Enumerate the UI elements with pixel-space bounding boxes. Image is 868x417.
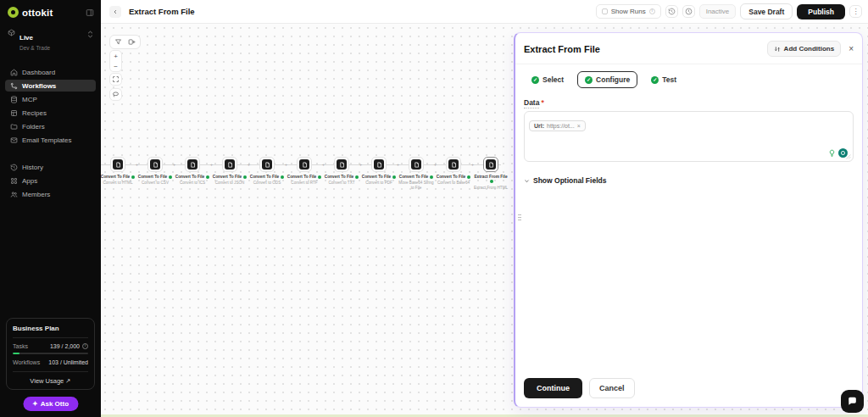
- workflow-node[interactable]: Convert To File Convert to CSV: [136, 157, 174, 186]
- ask-otto-button[interactable]: ✦ Ask Otto: [23, 397, 78, 411]
- recipe-box-icon: [10, 109, 18, 117]
- publish-button[interactable]: Publish: [797, 4, 845, 19]
- workflow-node[interactable]: Convert To File Convert to ODS: [248, 157, 286, 186]
- workflow-node[interactable]: Convert To File Convert to Base64: [435, 157, 472, 186]
- panel-footer: Continue Cancel: [524, 378, 635, 398]
- tab-select[interactable]: ✓ Select: [524, 71, 571, 88]
- workflow-node[interactable]: Convert To File Convert to JSON: [211, 157, 248, 186]
- resize-corner-icon[interactable]: [846, 154, 851, 159]
- chat-widget-button[interactable]: [841, 390, 864, 413]
- step-tabs: ✓ Select ✓ Configure ✓ Test: [515, 64, 862, 96]
- cancel-button[interactable]: Cancel: [589, 378, 635, 398]
- remove-chip-icon[interactable]: ×: [577, 123, 581, 129]
- tasks-label: Tasks: [13, 343, 28, 349]
- members-icon: [10, 191, 18, 198]
- info-icon: i: [649, 8, 655, 14]
- filter-tool-icon[interactable]: [114, 38, 122, 46]
- check-icon: [318, 175, 321, 179]
- back-button[interactable]: [109, 6, 121, 18]
- canvas-toolbar: [109, 35, 141, 49]
- sidebar-item-members[interactable]: Members: [5, 188, 96, 200]
- fit-view-button[interactable]: [109, 73, 122, 86]
- panel-title: Extract From File: [524, 44, 600, 54]
- cube-icon: [8, 29, 15, 36]
- add-conditions-button[interactable]: Add Conditions: [767, 41, 842, 57]
- mail-icon: [10, 136, 18, 144]
- apps-grid-icon: [10, 177, 18, 185]
- nav-label: History: [22, 164, 43, 171]
- chevron-down-icon: [524, 178, 530, 184]
- info-icon[interactable]: i: [82, 343, 88, 349]
- file-convert-icon: [337, 159, 347, 170]
- logo: ottokit: [0, 0, 101, 21]
- view-usage-link[interactable]: View Usage ↗: [13, 372, 88, 385]
- show-runs-checkbox[interactable]: [602, 8, 608, 14]
- check-icon: [430, 175, 433, 179]
- check-icon: [355, 175, 359, 179]
- continue-button[interactable]: Continue: [524, 378, 582, 398]
- tab-configure[interactable]: ✓ Configure: [577, 71, 637, 88]
- check-icon: [392, 175, 396, 179]
- zoom-in-button[interactable]: +: [110, 51, 121, 61]
- check-icon: [467, 175, 470, 179]
- data-input-area[interactable]: Url: https://ot... ×: [524, 111, 854, 162]
- suggestion-bulb-icon[interactable]: [828, 149, 836, 157]
- sidebar-item-dashboard[interactable]: Dashboard: [5, 66, 96, 78]
- workflow-node[interactable]: Convert To File Convert to RTF: [286, 157, 323, 186]
- topbar: Extract From File Show Runs i Inactive S…: [101, 0, 868, 24]
- check-icon: [281, 175, 284, 179]
- check-icon: ✓: [531, 76, 539, 84]
- workflow-node[interactable]: Convert To File Convert to ICS: [174, 157, 211, 186]
- environment-selector[interactable]: Live Dev & Trade: [0, 21, 101, 54]
- show-runs-toggle[interactable]: Show Runs i: [596, 4, 661, 19]
- sidebar-item-recipes[interactable]: Recipes: [5, 107, 96, 119]
- zoom-controls: + −: [109, 50, 122, 72]
- data-field-label: Data*: [524, 98, 854, 107]
- sidebar-item-apps[interactable]: Apps: [5, 175, 96, 186]
- history-icon: [10, 164, 18, 171]
- nav-label: MCP: [22, 96, 37, 103]
- file-convert-icon: [113, 159, 123, 170]
- workflow-node[interactable]: Convert To File Convert to PDF: [360, 157, 398, 186]
- schedule-clock-button[interactable]: [682, 5, 695, 18]
- workflow-node-selected[interactable]: Extract From File Extract From HTML: [472, 157, 509, 191]
- zoom-out-button[interactable]: −: [110, 61, 121, 71]
- sidebar-item-folders[interactable]: Folders: [5, 120, 96, 132]
- check-icon: [169, 175, 172, 179]
- url-variable-chip[interactable]: Url: https://ot... ×: [529, 120, 586, 131]
- file-convert-icon: [225, 159, 235, 170]
- export-run-icon[interactable]: [128, 38, 136, 46]
- workflow-node[interactable]: Convert To File Convert to HTML: [99, 157, 136, 186]
- nav-label: Email Templates: [22, 136, 72, 144]
- file-convert-icon: [262, 159, 272, 170]
- version-history-button[interactable]: [665, 5, 678, 18]
- workflow-node[interactable]: Convert To File Move Base64 String to Fi…: [398, 157, 435, 192]
- external-link-icon: ↗: [65, 377, 70, 385]
- lasso-tool-button[interactable]: [109, 88, 122, 101]
- tab-test[interactable]: ✓ Test: [643, 71, 684, 88]
- workflows-value: 103 / Unlimited: [48, 359, 88, 365]
- chevron-updown-icon[interactable]: [87, 31, 93, 38]
- file-extract-icon: [486, 159, 496, 170]
- environment-name: Live: [19, 34, 33, 42]
- sidebar-item-workflows[interactable]: Workflows: [5, 80, 96, 92]
- plan-title: Business Plan: [13, 325, 88, 338]
- more-menu-button[interactable]: ⋮: [849, 5, 862, 18]
- environment-subtitle: Dev & Trade: [19, 45, 50, 51]
- panel-body: Data* Url: https://ot... ×: [515, 96, 862, 185]
- sidebar-collapse-icon[interactable]: [86, 8, 94, 17]
- show-optional-fields-toggle[interactable]: Show Optional Fields: [524, 176, 854, 185]
- chat-bubble-icon: [847, 396, 858, 407]
- sidebar-item-history[interactable]: History: [5, 161, 96, 173]
- close-icon[interactable]: ×: [849, 45, 854, 53]
- sidebar-item-email-templates[interactable]: Email Templates: [5, 134, 96, 146]
- save-draft-button[interactable]: Save Draft: [740, 3, 793, 19]
- page-title: Extract From File: [129, 7, 195, 16]
- sparkle-icon: ✦: [32, 400, 38, 408]
- panel-resize-handle[interactable]: [518, 213, 521, 222]
- sidebar-nav: Dashboard Workflows MCP Recipes Folders …: [0, 54, 101, 200]
- server-icon: [10, 96, 18, 103]
- tasks-value: 139 / 2,000: [50, 343, 80, 349]
- sidebar-item-mcp[interactable]: MCP: [5, 93, 96, 105]
- workflow-node[interactable]: Convert To File Convert to TXT: [323, 157, 360, 186]
